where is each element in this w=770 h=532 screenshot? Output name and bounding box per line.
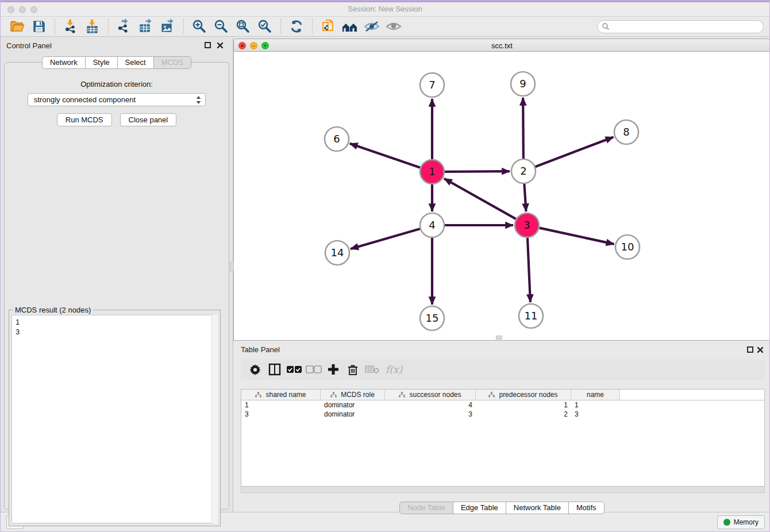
memory-label: Memory xyxy=(734,518,759,526)
search-input[interactable] xyxy=(597,20,764,33)
tab-network-table[interactable]: Network Table xyxy=(506,502,569,514)
hierarchy-icon xyxy=(488,392,495,398)
control-panel-title: Control Panel xyxy=(6,41,52,50)
tab-mcds[interactable]: MCDS xyxy=(154,56,191,69)
hierarchy-icon xyxy=(255,392,261,398)
canvas-resize-handle[interactable] xyxy=(496,336,502,340)
zoom-selected-icon[interactable] xyxy=(256,18,274,34)
zoom-fit-icon[interactable] xyxy=(234,18,252,34)
add-column-icon[interactable] xyxy=(324,361,343,378)
graph-edge-1-6[interactable] xyxy=(350,144,420,168)
optimization-criterion-label: Optimization criterion: xyxy=(5,80,229,88)
tab-node-table[interactable]: Node Table xyxy=(399,502,453,514)
network-window: ✕ − + scc.txt 1234678910111415 xyxy=(233,38,770,341)
table-cell[interactable]: 1 xyxy=(476,400,571,410)
column-header-successor-nodes[interactable]: successor nodes xyxy=(385,390,476,400)
first-neighbors-icon[interactable] xyxy=(341,18,359,34)
mcds-result-scrollbar[interactable] xyxy=(211,315,218,523)
mcds-result-group: MCDS result (2 nodes) 1 3 xyxy=(9,310,221,526)
table-cell[interactable]: 1 xyxy=(571,400,620,410)
column-header-name[interactable]: name xyxy=(571,390,620,400)
graph-edge-1-2[interactable] xyxy=(445,171,510,172)
hierarchy-icon xyxy=(330,392,337,398)
graph-edge-2-9[interactable] xyxy=(523,98,523,159)
open-file-icon[interactable] xyxy=(9,18,26,34)
hide-selected-icon[interactable] xyxy=(363,18,380,34)
select-all-columns-icon[interactable] xyxy=(284,361,304,378)
graph-node-label: 10 xyxy=(621,241,634,253)
import-table-icon[interactable] xyxy=(84,18,101,34)
table-cell[interactable]: dominator xyxy=(321,410,385,419)
export-network-icon[interactable] xyxy=(116,18,133,34)
graph-edge-3-10[interactable] xyxy=(539,228,614,244)
graph-edge-4-14[interactable] xyxy=(351,229,420,249)
mcds-result-text[interactable]: 1 3 xyxy=(11,315,218,523)
graph-node-label: 15 xyxy=(426,312,439,324)
table-cell[interactable]: 3 xyxy=(385,410,476,419)
hierarchy-icon xyxy=(399,392,405,398)
unselect-all-columns-icon[interactable] xyxy=(304,361,324,378)
chevron-updown-icon xyxy=(195,95,202,105)
close-table-panel-icon[interactable] xyxy=(757,346,764,353)
memory-status-icon xyxy=(723,519,730,526)
network-window-titlebar[interactable]: ✕ − + scc.txt xyxy=(233,38,770,52)
tab-motifs[interactable]: Motifs xyxy=(569,502,605,514)
graph-edge-3-1[interactable] xyxy=(444,179,516,219)
table-cell[interactable]: 3 xyxy=(241,410,321,419)
table-cell[interactable]: 2 xyxy=(476,410,571,419)
control-panel-tabs: Network Style Select MCDS xyxy=(1,56,233,69)
criterion-value: strongly connected component xyxy=(34,95,136,104)
table-cell[interactable]: 4 xyxy=(385,400,476,410)
graph-node-label: 4 xyxy=(429,219,435,231)
criterion-select[interactable]: strongly connected component xyxy=(28,93,206,106)
tab-edge-table[interactable]: Edge Table xyxy=(453,502,506,514)
float-panel-icon[interactable] xyxy=(205,42,211,48)
column-label: predecessor nodes xyxy=(499,391,557,399)
control-panel: Control Panel Network Style Select MCDS … xyxy=(1,37,233,513)
graph-node-label: 6 xyxy=(333,133,340,145)
run-mcds-button[interactable]: Run MCDS xyxy=(57,113,112,126)
table-cell[interactable]: 3 xyxy=(571,410,620,419)
table-horizontal-scrollbar[interactable] xyxy=(241,487,765,493)
column-header-shared-name[interactable]: shared name xyxy=(241,390,321,400)
toolbar-separator xyxy=(183,19,184,34)
close-panel-button[interactable]: Close panel xyxy=(120,113,177,126)
graph-edge-3-11[interactable] xyxy=(528,238,530,302)
graph-edge-2-3[interactable] xyxy=(524,184,526,211)
table-cell[interactable]: dominator xyxy=(321,400,385,410)
column-header-predecessor-nodes[interactable]: predecessor nodes xyxy=(476,390,571,400)
graph-node-label: 9 xyxy=(519,78,526,90)
graph-edge-2-8[interactable] xyxy=(536,137,614,167)
save-session-icon[interactable] xyxy=(30,18,48,34)
toolbar-separator xyxy=(280,19,281,34)
close-panel-icon[interactable] xyxy=(217,42,224,49)
show-all-icon[interactable] xyxy=(385,18,402,34)
table-row[interactable]: 3dominator323 xyxy=(241,410,764,419)
network-graph[interactable]: 1234678910111415 xyxy=(234,52,770,340)
memory-button[interactable]: Memory xyxy=(717,515,765,529)
network-canvas[interactable]: 1234678910111415 xyxy=(233,52,770,341)
zoom-out-icon[interactable] xyxy=(213,18,230,34)
table-settings-icon[interactable] xyxy=(245,361,265,378)
delete-column-icon[interactable] xyxy=(343,361,363,378)
zoom-in-icon[interactable] xyxy=(191,18,208,34)
import-network-icon[interactable] xyxy=(62,18,79,34)
refresh-view-icon[interactable] xyxy=(288,18,305,34)
tab-network[interactable]: Network xyxy=(42,56,86,69)
panel-splitter-handle[interactable] xyxy=(230,262,234,271)
app-title: Session: New Session xyxy=(1,5,769,13)
column-header-mcds-role[interactable]: MCDS role xyxy=(321,390,385,400)
table-row[interactable]: 1dominator411 xyxy=(241,400,764,410)
window-accent-border xyxy=(1,1,770,2)
search-icon xyxy=(602,22,610,30)
export-table-icon[interactable] xyxy=(137,18,155,34)
delete-table-icon[interactable] xyxy=(363,361,382,378)
duplicate-network-icon[interactable] xyxy=(319,18,337,34)
tab-style[interactable]: Style xyxy=(86,56,118,69)
table-cell[interactable]: 1 xyxy=(241,400,321,410)
split-panel-icon[interactable] xyxy=(265,361,284,378)
tab-select[interactable]: Select xyxy=(118,56,154,69)
float-table-panel-icon[interactable] xyxy=(747,346,753,353)
export-image-icon[interactable] xyxy=(159,18,176,34)
function-builder-icon[interactable]: f(x) xyxy=(386,364,402,375)
